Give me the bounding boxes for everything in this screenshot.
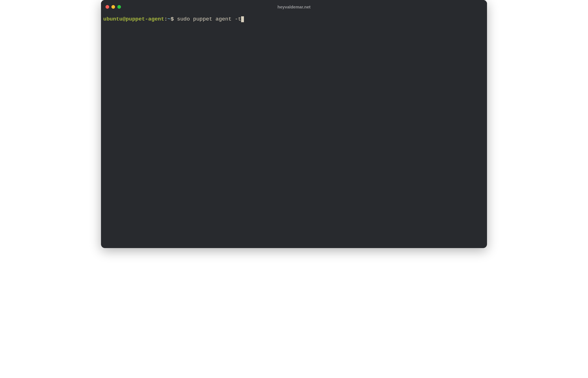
prompt-line: ubuntu@puppet-agent:~$ sudo puppet agent…	[103, 16, 485, 23]
terminal-body[interactable]: ubuntu@puppet-agent:~$ sudo puppet agent…	[101, 14, 487, 248]
prompt-path: ~	[167, 16, 170, 23]
title-bar: heyvaldemar.net	[101, 0, 487, 14]
command-text	[174, 16, 177, 23]
prompt-colon: :	[164, 16, 167, 23]
prompt-host: puppet-agent	[126, 16, 164, 23]
window-controls	[106, 5, 121, 9]
close-button[interactable]	[106, 5, 109, 9]
prompt-symbol: $	[170, 16, 174, 23]
maximize-button[interactable]	[117, 5, 121, 9]
terminal-window: heyvaldemar.net ubuntu@puppet-agent:~$ s…	[101, 0, 487, 248]
prompt-at: @	[122, 16, 125, 23]
command-input[interactable]: sudo puppet agent -t	[177, 16, 241, 23]
cursor-icon	[241, 16, 244, 22]
minimize-button[interactable]	[111, 5, 115, 9]
window-title: heyvaldemar.net	[277, 4, 311, 9]
prompt-user: ubuntu	[103, 16, 122, 23]
